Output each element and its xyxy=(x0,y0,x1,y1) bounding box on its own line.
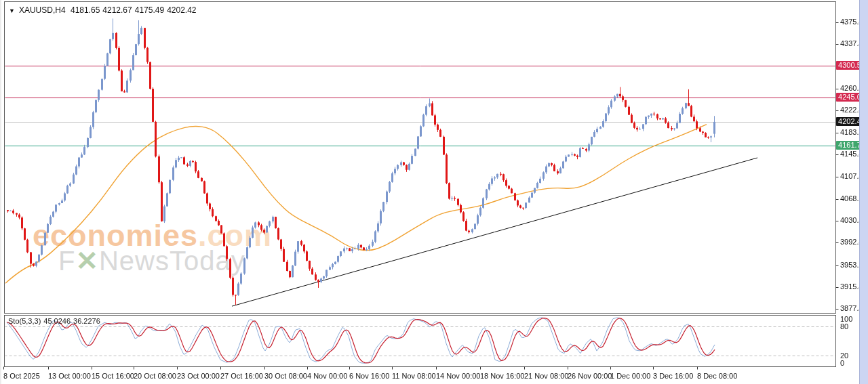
date-axis[interactable]: 8 Oct 202513 Oct 00:0015 Oct 16:0020 Oct… xyxy=(0,368,861,384)
date-label: 4 Nov 00:00 xyxy=(307,372,347,380)
date-label: 21 Nov 08:00 xyxy=(524,372,568,380)
date-label: 13 Oct 00:00 xyxy=(48,372,91,380)
price-chart-canvas[interactable] xyxy=(0,0,868,384)
date-label: 15 Oct 16:00 xyxy=(92,372,134,380)
window-left-edge xyxy=(0,0,1,384)
date-label: 8 Dec 08:00 xyxy=(697,372,737,380)
date-label: 27 Oct 16:00 xyxy=(220,372,263,380)
date-label: 8 Oct 2025 xyxy=(3,372,40,380)
stoch-level-label: 0 xyxy=(840,359,844,367)
date-label: 18 Nov 16:00 xyxy=(480,372,524,380)
window-right-edge xyxy=(859,0,868,384)
date-label: 30 Oct 08:00 xyxy=(264,372,307,380)
trading-chart-window: economies.com F✕NewsToday ▼XAUUSD,H4 418… xyxy=(0,0,868,384)
date-label: 6 Nov 16:00 xyxy=(349,372,389,380)
date-label: 3 Dec 16:00 xyxy=(653,372,693,380)
date-label: 26 Nov 00:00 xyxy=(568,372,612,380)
date-label: 23 Oct 00:00 xyxy=(177,372,220,380)
date-label: 1 Dec 00:00 xyxy=(610,372,650,380)
date-label: 11 Nov 08:00 xyxy=(392,372,436,380)
date-label: 20 Oct 08:00 xyxy=(134,372,176,380)
stoch-level-label: 80 xyxy=(840,322,848,330)
date-label: 14 Nov 00:00 xyxy=(436,372,480,380)
price-axis[interactable]: 4375.404337.454260.404222.454183.354145.… xyxy=(836,0,861,369)
